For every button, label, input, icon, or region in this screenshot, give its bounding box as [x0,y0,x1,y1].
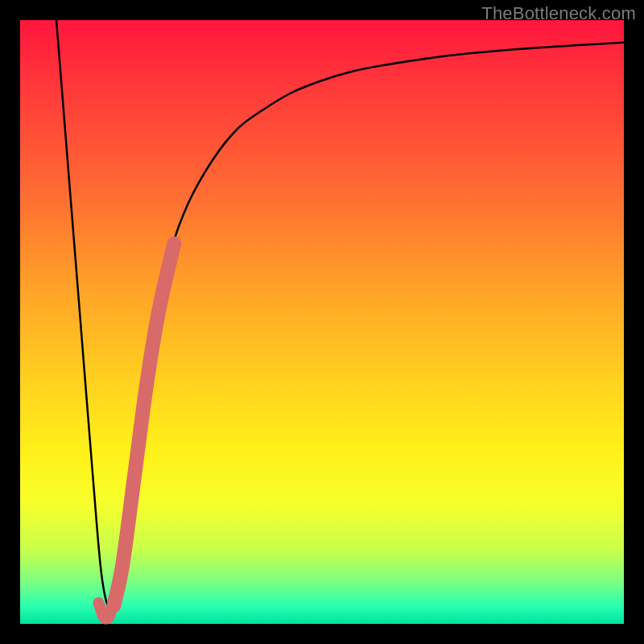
chart-frame: TheBottleneck.com [0,0,644,644]
plot-area [20,20,624,624]
watermark-text: TheBottleneck.com [481,3,636,24]
valley-hook [99,603,113,619]
bottleneck-curve [56,20,624,613]
chart-svg [20,20,624,624]
highlight-segment [114,244,174,606]
